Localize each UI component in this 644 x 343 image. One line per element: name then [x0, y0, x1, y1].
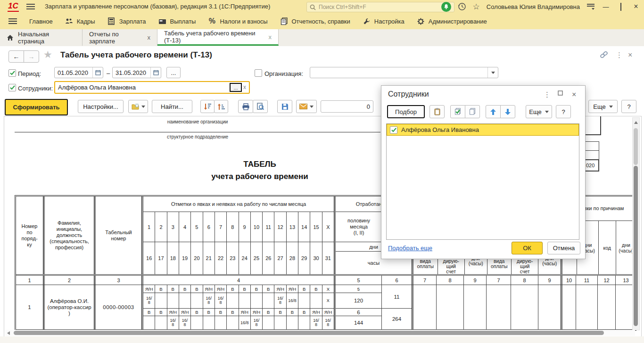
close-form-icon[interactable]: × — [628, 51, 632, 59]
horizontal-scrollbar-thumb[interactable] — [14, 331, 604, 335]
service-menu-icon[interactable] — [586, 3, 595, 10]
sort-descending-icon[interactable] — [200, 100, 215, 113]
dropdown-arrow-icon[interactable] — [487, 67, 498, 78]
back-button[interactable]: ← — [8, 50, 24, 63]
day-code-top-cell: В — [179, 285, 190, 293]
report-variants-button[interactable] — [128, 100, 148, 113]
dialog-close-icon[interactable]: × — [572, 90, 576, 99]
checkbox-checked-icon[interactable] — [390, 126, 397, 134]
period-variants-button[interactable]: ... — [166, 67, 181, 78]
vertical-scrollbar-thumb[interactable] — [634, 166, 638, 326]
dropdown-arrow-icon — [141, 106, 145, 108]
pick-more-link[interactable]: Подобрать еще — [388, 245, 432, 252]
period-checkbox[interactable] — [8, 69, 16, 77]
main-menu-icon[interactable] — [26, 2, 35, 10]
forward-button[interactable]: → — [24, 50, 39, 63]
favorites-star-icon[interactable]: ☆ — [473, 2, 480, 12]
minimize-button[interactable]: — — [602, 3, 610, 10]
day-code-bottom-cell: Я/Н — [239, 309, 250, 316]
paste-icon[interactable] — [429, 105, 445, 118]
cancel-button[interactable]: Отмена — [547, 242, 580, 254]
dialog-help-button[interactable]: ? — [556, 105, 571, 118]
send-email-icon[interactable] — [296, 100, 317, 113]
menu-item-reporting[interactable]: Отчетность, справки — [280, 17, 350, 25]
day-marks-cells: Я/Н16/ 8ВВВВЯ/Н16/ 8ВЯ/Н16/ 8ВВЯ/Н16/ 8В… — [142, 285, 334, 329]
day-header-cell: 24 — [239, 242, 251, 274]
day-hours-bottom-cell: 16/ 8 — [179, 316, 190, 329]
print-icon[interactable] — [238, 100, 253, 113]
dialog-maximize-icon[interactable] — [558, 90, 563, 96]
vertical-scrollbar-segment[interactable] — [634, 128, 638, 165]
sections-menu-icon[interactable] — [8, 17, 17, 25]
organization-checkbox[interactable] — [255, 69, 262, 77]
save-icon[interactable] — [277, 100, 292, 113]
month-totals-cells: 11 264 — [382, 285, 412, 329]
organization-combo[interactable] — [310, 67, 498, 78]
menu-item-settings[interactable]: Настройка — [363, 17, 405, 25]
move-up-icon[interactable] — [486, 105, 501, 118]
employees-label: Сотрудники: — [18, 85, 53, 92]
column-numbers-row: 12345678978910111213 — [16, 274, 636, 285]
empty-data-cell — [511, 285, 538, 329]
gear-icon — [417, 17, 425, 25]
check-all-icon[interactable] — [450, 105, 465, 118]
add-to-favorites-star-icon[interactable]: ★ — [43, 49, 52, 60]
close-window-button[interactable]: × — [632, 2, 640, 11]
empty-data-cell — [487, 285, 511, 329]
day-hours-top-cell — [263, 293, 274, 309]
period-from-input[interactable]: 01.05.2020 — [54, 67, 103, 78]
employees-input[interactable]: Алфёрова Ольга Ивановна — [54, 81, 250, 94]
vertical-scrollbar[interactable] — [632, 117, 640, 330]
calendar-icon[interactable] — [150, 67, 161, 78]
day-hours-bottom-cell — [227, 316, 238, 329]
close-tab-icon[interactable]: x — [148, 34, 151, 41]
scroll-left-arrow-icon[interactable] — [7, 331, 10, 335]
pick-button[interactable]: Подбор — [387, 105, 425, 118]
scroll-up-arrow-icon[interactable] — [634, 121, 638, 124]
sort-ascending-icon[interactable] — [214, 100, 228, 113]
day-code-top-cell: В — [251, 285, 262, 293]
period-to-input[interactable]: 31.05.2020 — [112, 67, 161, 78]
menu-item-payments[interactable]: Выплаты — [158, 17, 196, 25]
day-header-cell: 22 — [215, 242, 227, 274]
menu-item-taxes[interactable]: % Налоги и взносы — [208, 17, 267, 25]
uncheck-all-icon[interactable] — [465, 105, 480, 118]
horizontal-scrollbar[interactable] — [5, 330, 635, 336]
print-preview-icon[interactable] — [253, 100, 268, 113]
move-down-icon[interactable] — [500, 105, 515, 118]
tab-timesheet-t13[interactable]: Табель учета рабочего времени (Т-13)x — [157, 29, 279, 46]
generate-report-button[interactable]: Сформировать — [5, 99, 68, 115]
tab-home[interactable]: Начальная страница — [0, 29, 83, 46]
notifications-icon[interactable] — [441, 2, 451, 12]
clear-field-icon[interactable]: x — [243, 84, 246, 90]
settings-button[interactable]: Настройки... — [78, 100, 124, 113]
restore-button[interactable] — [617, 3, 625, 10]
menu-item-salary[interactable]: Зарплата — [107, 17, 146, 25]
dialog-more-button[interactable]: Еще — [526, 105, 552, 118]
dialog-title: Сотрудники — [388, 90, 429, 98]
dialog-kebab-icon[interactable]: ⋮ — [544, 90, 551, 99]
employees-checkbox[interactable] — [8, 84, 16, 91]
global-search-input[interactable]: Поиск Ctrl+Shift+F — [306, 2, 454, 12]
menu-item-personnel[interactable]: Кадры — [65, 17, 95, 25]
column-number-cell: 6 — [382, 276, 412, 285]
close-tab-icon[interactable]: x — [269, 33, 272, 41]
employees-select-button[interactable]: ... — [230, 83, 242, 92]
help-button[interactable]: ? — [621, 100, 636, 113]
tab-salary-reports[interactable]: Отчеты по зарплатеx — [83, 29, 157, 46]
day-code-bottom-cell: Я/Н — [251, 309, 262, 316]
get-link-icon[interactable] — [600, 51, 608, 58]
employee-name-cell: Алфёрова О.И. (оператор-кассир ) — [43, 285, 94, 329]
calendar-icon[interactable] — [92, 67, 103, 78]
menu-item-administration[interactable]: Администрирование — [417, 17, 487, 25]
find-button[interactable]: Найти... — [152, 100, 192, 113]
ok-button[interactable]: ОК — [512, 242, 543, 254]
history-icon[interactable] — [458, 2, 466, 11]
row-count-field[interactable]: 0 — [321, 100, 373, 113]
more-actions-button[interactable]: Еще — [588, 100, 618, 113]
employee-list-item[interactable]: Алфёрова Ольга Ивановна — [387, 124, 579, 136]
current-user[interactable]: Соловьева Юлия Владимировна — [487, 3, 580, 10]
form-more-kebab-icon[interactable]: ⋮ — [616, 51, 623, 59]
menu-item-main[interactable]: Главное — [29, 18, 53, 25]
dropdown-arrow-icon — [545, 111, 549, 113]
